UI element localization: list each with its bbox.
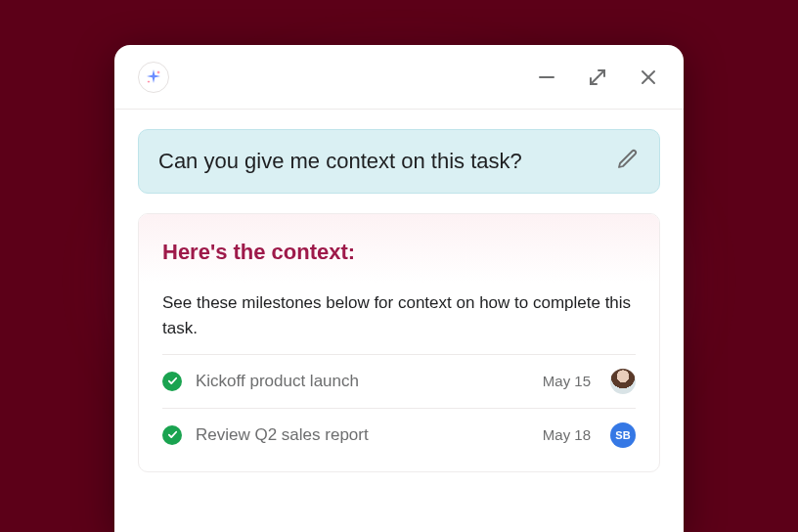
milestone-item[interactable]: Kickoff product launch May 15 — [162, 354, 636, 408]
milestone-list: Kickoff product launch May 15 Review Q2 … — [162, 354, 636, 462]
milestone-title: Kickoff product launch — [196, 372, 529, 391]
ai-assistant-panel: Can you give me context on this task? He… — [114, 45, 684, 532]
minimize-button[interactable] — [535, 66, 558, 89]
milestone-date: May 15 — [543, 373, 591, 389]
check-icon — [162, 425, 182, 445]
expand-button[interactable] — [586, 66, 609, 89]
assignee-avatar[interactable]: SB — [610, 422, 636, 448]
prompt-box: Can you give me context on this task? — [138, 129, 660, 194]
check-icon — [162, 372, 182, 391]
response-header: Here's the context: — [139, 214, 659, 283]
milestone-title: Review Q2 sales report — [196, 425, 529, 445]
response-title: Here's the context: — [162, 240, 636, 265]
edit-prompt-button[interactable] — [616, 148, 640, 175]
response-card: Here's the context: See these milestones… — [138, 213, 660, 472]
response-body: See these milestones below for context o… — [139, 283, 659, 471]
sparkle-icon — [145, 68, 162, 86]
panel-body: Can you give me context on this task? He… — [114, 110, 684, 532]
window-controls — [535, 66, 660, 89]
close-button[interactable] — [637, 66, 660, 89]
prompt-text: Can you give me context on this task? — [158, 149, 522, 174]
milestone-date: May 18 — [543, 426, 591, 443]
milestone-item[interactable]: Review Q2 sales report May 18 SB — [162, 408, 636, 462]
response-description: See these milestones below for context o… — [162, 290, 636, 354]
titlebar — [114, 45, 684, 110]
assignee-avatar[interactable] — [610, 369, 636, 394]
ai-badge — [138, 62, 169, 93]
